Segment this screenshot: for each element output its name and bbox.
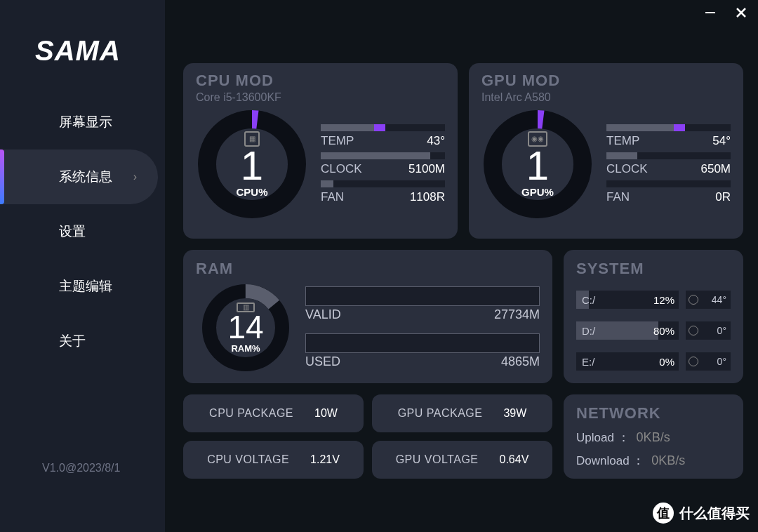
cpu-model: Core i5-13600KF: [196, 91, 445, 104]
cpu-fan-value: 1108R: [410, 190, 445, 204]
cpu-gauge: ▦ 1 CPU%: [196, 108, 308, 220]
ram-used-bar: [305, 333, 540, 353]
disk-icon: [689, 357, 698, 366]
gpu-fan-label: FAN: [606, 190, 630, 204]
ram-valid-bar: [305, 286, 540, 306]
ram-gauge: ▥ 14 RAM%: [200, 282, 291, 373]
cpu-voltage-value: 1.21V: [310, 453, 340, 466]
drive-name: C:/: [582, 294, 595, 306]
cpu-title: CPU MOD: [196, 72, 445, 90]
disk-icon: [689, 295, 698, 305]
gpu-voltage-card: GPU VOLTAGE0.64V: [372, 441, 552, 479]
ram-used-label: USED: [305, 354, 340, 369]
gpu-voltage-label: GPU VOLTAGE: [396, 453, 479, 466]
gpu-temp-label: TEMP: [606, 134, 639, 148]
minimize-button[interactable]: [703, 6, 717, 20]
drive-temp: 44°: [712, 294, 726, 305]
window-controls: [703, 6, 748, 20]
ram-valid-value: 27734M: [494, 307, 540, 322]
network-title: NETWORK: [576, 404, 731, 423]
gpu-percent-label: GPU%: [521, 186, 554, 198]
chevron-right-icon: ›: [133, 171, 137, 183]
watermark: 值 什么值得买: [653, 503, 750, 524]
drive-row: D:/80% 0°: [576, 321, 731, 340]
cpu-percent: 1: [241, 145, 263, 186]
main-content: CPU MOD Core i5-13600KF ▦ 1 CPU% TEMP43°: [165, 0, 758, 532]
ram-used-value: 4865M: [501, 354, 540, 369]
gpu-gauge: ◉◉ 1 GPU%: [481, 108, 594, 220]
drive-row: E:/0% 0°: [576, 352, 731, 371]
cpu-gpu-row: CPU MOD Core i5-13600KF ▦ 1 CPU% TEMP43°: [183, 63, 743, 239]
cpu-voltage-label: CPU VOLTAGE: [207, 453, 289, 466]
gpu-title: GPU MOD: [481, 72, 731, 90]
ram-card: RAM ▥ 14 RAM% VALID27734M USED4865M: [183, 250, 552, 383]
drive-temp: 0°: [717, 325, 726, 336]
nav-label: 关于: [59, 332, 86, 350]
nav: 屏幕显示 系统信息› 设置 主题编辑 关于: [0, 95, 165, 368]
gpu-package-label: GPU PACKAGE: [398, 407, 483, 420]
nav-item-theme-edit[interactable]: 主题编辑: [0, 259, 165, 314]
cpu-clock-label: CLOCK: [321, 162, 362, 176]
gpu-voltage-value: 0.64V: [500, 453, 529, 466]
drive-percent: 80%: [653, 325, 674, 337]
ram-valid-label: VALID: [305, 307, 341, 322]
drive-temp: 0°: [717, 356, 726, 367]
gpu-clock-value: 650M: [700, 162, 731, 176]
system-title: SYSTEM: [576, 260, 731, 278]
upload-value: 0KB/s: [637, 430, 670, 445]
version-text: V1.0@2023/8/1: [42, 462, 120, 474]
ram-percent: 14: [227, 311, 263, 343]
gpu-card: GPU MOD Intel Arc A580 ◉◉ 1 GPU% TEMP54°: [469, 63, 743, 239]
gpu-clock-label: CLOCK: [606, 162, 648, 176]
cpu-fan-label: FAN: [321, 190, 344, 204]
gpu-model: Intel Arc A580: [481, 91, 731, 104]
gpu-package-value: 39W: [503, 407, 526, 420]
network-card: NETWORK Upload ：0KB/s Download ：0KB/s: [564, 394, 743, 479]
gpu-percent: 1: [526, 145, 549, 186]
cpu-percent-label: CPU%: [236, 186, 267, 198]
drive-percent: 12%: [653, 294, 674, 306]
gpu-fan-value: 0R: [715, 190, 731, 204]
watermark-badge: 值: [653, 503, 674, 524]
drive-percent: 0%: [659, 356, 674, 368]
drive-row: C:/12% 44°: [576, 291, 731, 309]
gpu-package-card: GPU PACKAGE39W: [372, 394, 552, 432]
nav-label: 屏幕显示: [59, 113, 112, 131]
cpu-package-card: CPU PACKAGE10W: [183, 394, 364, 432]
nav-label: 主题编辑: [59, 277, 112, 295]
nav-item-system-info[interactable]: 系统信息›: [0, 149, 158, 204]
cpu-package-value: 10W: [314, 407, 338, 420]
nav-item-display[interactable]: 屏幕显示: [0, 95, 165, 149]
nav-label: 设置: [59, 222, 86, 241]
cpu-voltage-card: CPU VOLTAGE1.21V: [183, 441, 364, 479]
sidebar: SAMA 屏幕显示 系统信息› 设置 主题编辑 关于 V1.0@2023/8/1: [0, 0, 165, 532]
nav-label: 系统信息: [59, 168, 112, 186]
ram-title: RAM: [196, 260, 540, 278]
system-card: SYSTEM C:/12% 44° D:/80% 0° E:/0% 0°: [564, 250, 743, 383]
ram-percent-label: RAM%: [231, 343, 260, 354]
nav-item-settings[interactable]: 设置: [0, 204, 165, 259]
cpu-temp-label: TEMP: [321, 134, 354, 148]
drive-name: E:/: [582, 356, 594, 368]
drive-name: D:/: [582, 325, 595, 337]
drive-list: C:/12% 44° D:/80% 0° E:/0% 0°: [576, 291, 731, 371]
cpu-card: CPU MOD Core i5-13600KF ▦ 1 CPU% TEMP43°: [183, 63, 458, 239]
cpu-temp-value: 43°: [427, 134, 445, 148]
watermark-text: 什么值得买: [679, 504, 750, 523]
disk-icon: [689, 326, 698, 335]
ram-stats: VALID27734M USED4865M: [305, 286, 540, 369]
gpu-temp-value: 54°: [712, 134, 731, 148]
download-value: 0KB/s: [651, 453, 685, 468]
cpu-stats: TEMP43° CLOCK5100M FAN1108R: [321, 108, 445, 220]
cpu-package-label: CPU PACKAGE: [209, 407, 293, 420]
gpu-stats: TEMP54° CLOCK650M FAN0R: [606, 108, 731, 220]
download-label: Download ：: [576, 453, 644, 469]
upload-label: Upload ：: [576, 430, 630, 446]
nav-item-about[interactable]: 关于: [0, 314, 165, 368]
close-button[interactable]: [734, 6, 748, 20]
cpu-clock-value: 5100M: [408, 162, 445, 176]
package-voltage-grid: CPU PACKAGE10W GPU PACKAGE39W CPU VOLTAG…: [183, 394, 552, 479]
logo: SAMA: [35, 35, 165, 67]
